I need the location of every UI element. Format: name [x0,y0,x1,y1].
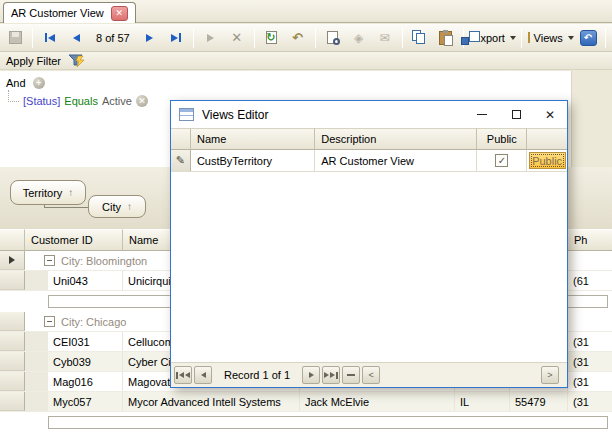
cell-name[interactable]: Mycor Advanced Intell Systems [123,392,300,411]
group-city-label: City [102,201,121,213]
current-row-icon [9,256,15,264]
cell-zip[interactable]: 55479 [510,392,568,411]
send-button[interactable]: ◈ [348,27,370,49]
views-label: Views [534,32,563,44]
refresh-icon: ↻ [266,31,277,44]
maximize-icon [512,110,521,119]
public-checkbox[interactable]: ✓ [495,154,508,167]
refresh-button[interactable]: ↻ [261,27,283,49]
filter-lightning-icon [69,54,85,68]
copy-icon [412,30,427,45]
back-button[interactable] [577,27,599,49]
last-record-button[interactable] [165,27,187,49]
undo-button[interactable]: ↶ [287,27,309,49]
column-header-blank [527,128,567,150]
main-toolbar: 8 of 57 ✕ ↻ ↶ ◈ ✉ Export Views [0,24,612,52]
app-window: AR Customer View 8 of 57 ✕ ↻ ↶ ◈ ✉ Expor… [0,0,612,432]
cell-customer-id[interactable]: Cyb039 [48,352,123,371]
delete-record-button[interactable]: ✕ [226,27,248,49]
table-row[interactable]: Myc057 Mycor Advanced Intell Systems Jac… [0,392,612,412]
nav-minus-button[interactable] [342,366,360,384]
tab-close-icon[interactable] [111,6,128,21]
views-editor-row[interactable]: CustByTerritory AR Customer View ✓ Publi… [171,150,567,172]
remove-condition-icon[interactable] [136,95,148,107]
cell-phone[interactable]: (31 [568,372,612,391]
toolbar-separator [193,28,194,48]
group-button-territory[interactable]: Territory ↑ [10,180,86,205]
cell-customer-id[interactable]: Mag016 [48,372,123,391]
cell-phone[interactable]: (31 [568,332,612,351]
paste-button[interactable] [435,27,457,49]
nav-last-button[interactable] [322,366,340,384]
dialog-title-bar[interactable]: Views Editor [171,101,567,128]
email-button[interactable]: ✉ [374,27,396,49]
row-indicator-cell [0,352,25,371]
views-dropdown-icon[interactable] [568,36,574,40]
column-header-public[interactable]: Public [477,128,527,150]
back-icon [580,30,597,46]
filter-root-operator[interactable]: And [6,77,26,89]
scroll-left-button[interactable]: < [362,366,380,384]
next-record-button[interactable] [139,27,161,49]
minimize-button[interactable] [465,103,499,127]
column-header-phone[interactable]: Ph [568,229,612,251]
maximize-button[interactable] [499,103,533,127]
export-button[interactable]: Export [470,27,516,49]
row-indicator-cell [0,372,25,391]
column-header-name[interactable]: Name [191,128,315,150]
group-territory-label: Territory [23,187,63,199]
scroll-right-button[interactable]: > [541,366,559,384]
public-button[interactable]: Public [529,152,566,169]
email-icon: ✉ [380,31,390,45]
cell-state[interactable]: IL [455,392,510,411]
close-button[interactable] [533,103,567,127]
previous-record-button[interactable] [65,27,87,49]
tab-ar-customer-view[interactable]: AR Customer View [3,2,136,23]
toolbar-separator [605,28,606,48]
row-indicator-header [171,128,191,150]
filter-value[interactable]: Active [102,95,132,107]
previous-record-icon [73,34,80,42]
dialog-record-navigator: Record 1 of 1 < > [171,362,567,387]
cell-view-description[interactable]: AR Customer View [315,150,477,171]
cell-phone[interactable]: (31 [568,352,612,371]
group-row-label: City: Bloomington [61,255,147,267]
cell-customer-id[interactable]: CEI031 [48,332,123,351]
dialog-title: Views Editor [202,108,268,122]
send-icon: ◈ [354,31,363,45]
print-preview-button[interactable] [322,27,344,49]
collapse-group-icon[interactable] [44,255,55,266]
new-record-icon [207,34,214,42]
column-header-description[interactable]: Description [315,128,477,150]
filter-field[interactable]: [Status] [23,95,60,107]
sort-ascending-icon: ↑ [127,201,132,212]
toolbar-separator [315,28,316,48]
cell-customer-id[interactable]: Uni043 [48,271,123,290]
toolbar-separator [521,28,522,48]
column-header-customer-id[interactable]: Customer ID [25,229,123,251]
toolbar-separator [402,28,403,48]
views-button[interactable]: Views [528,27,573,49]
export-dropdown-icon[interactable] [510,36,516,40]
group-row-label: City: Chicago [61,316,126,328]
row-indicator-cell [0,392,25,411]
cell-customer-id[interactable]: Myc057 [48,392,123,411]
collapse-group-icon[interactable] [44,316,55,327]
nav-next-button[interactable] [302,366,320,384]
cell-view-name[interactable]: CustByTerritory [191,150,315,171]
add-condition-icon[interactable] [33,77,45,89]
cell-phone[interactable]: (31 [568,392,612,411]
filter-comparison[interactable]: Equals [64,95,98,107]
nav-previous-button[interactable] [194,366,212,384]
first-record-button[interactable] [39,27,61,49]
nav-first-button[interactable] [174,366,192,384]
delete-icon: ✕ [231,30,242,45]
views-editor-dialog: Views Editor Name Description Public Cus… [170,100,568,388]
apply-filter-bar[interactable]: Apply Filter [0,52,612,70]
new-record-button[interactable] [200,27,222,49]
cell-phone[interactable]: (61 [568,271,612,290]
save-button[interactable] [4,27,26,49]
copy-button[interactable] [409,27,431,49]
cell-contact[interactable]: Jack McElvie [300,392,455,411]
group-button-city[interactable]: City ↑ [88,195,146,218]
